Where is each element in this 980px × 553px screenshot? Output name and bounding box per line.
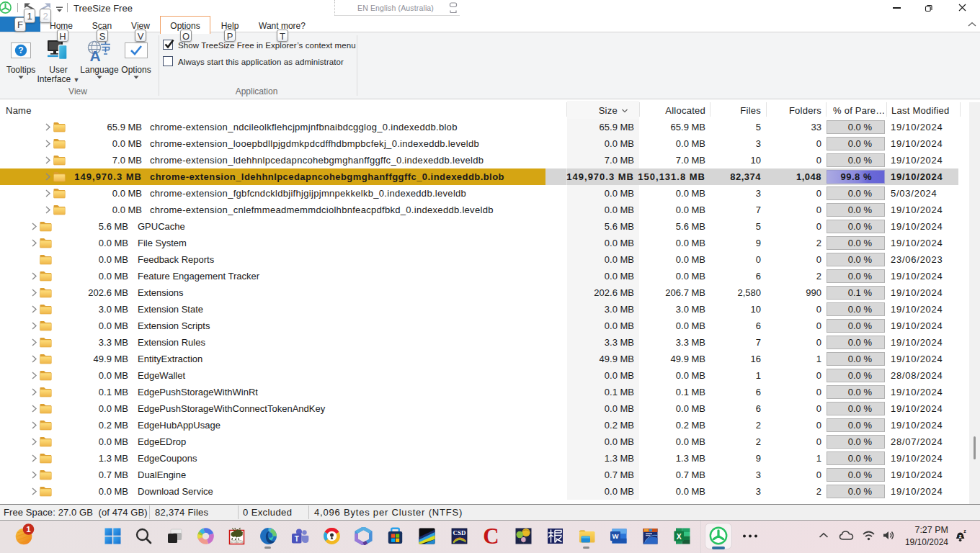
svg-text:CSD: CSD — [453, 529, 466, 536]
svg-text:?: ? — [18, 45, 23, 55]
svg-text:C: C — [483, 527, 499, 545]
svg-text:z: z — [963, 529, 966, 534]
svg-text:W: W — [612, 532, 618, 540]
svg-text:T: T — [294, 535, 298, 543]
svg-text:X: X — [676, 531, 681, 540]
svg-text:1: 1 — [26, 525, 30, 534]
svg-text:z: z — [959, 533, 962, 539]
svg-text:A: A — [89, 48, 100, 63]
